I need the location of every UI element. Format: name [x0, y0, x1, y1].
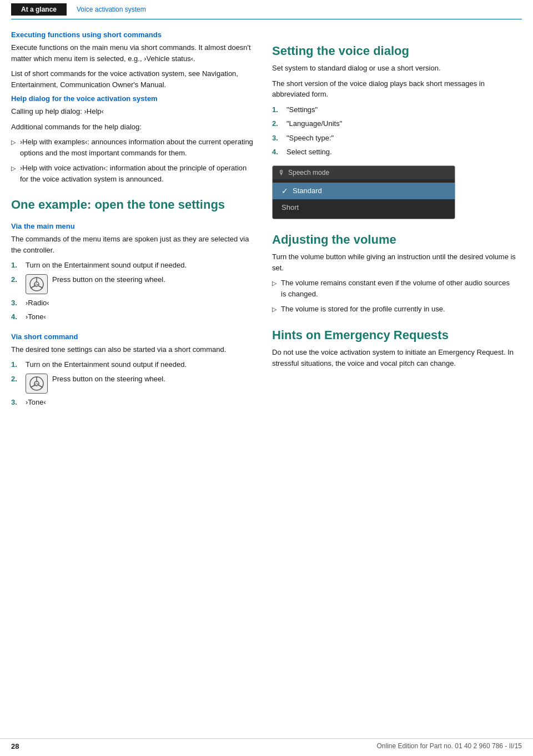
via-short-command-heading: Via short command: [11, 332, 255, 341]
section-one-example: One example: open the tone settings Via …: [11, 198, 255, 407]
tab-voice-activation[interactable]: Voice activation system: [67, 3, 156, 16]
step-main-4: 4. ›Tone‹: [11, 311, 255, 322]
section-adjusting-volume: Adjusting the volume Turn the volume but…: [272, 233, 516, 315]
executing-functions-para2: List of short commands for the voice act…: [11, 68, 255, 90]
edition-text: Online Edition for Part no. 01 40 2 960 …: [376, 742, 522, 750]
voice-step-num-1: 1.: [272, 104, 282, 115]
emergency-requests-heading: Hints on Emergency Requests: [272, 328, 516, 342]
step-short-num-2: 2.: [11, 374, 21, 394]
emergency-requests-para: Do not use the voice activation system t…: [272, 347, 516, 369]
voice-step-num-3: 3.: [272, 133, 282, 144]
via-main-menu-text: The commands of the menu items are spoke…: [11, 234, 255, 255]
bullet-arrow-1: ▷: [11, 138, 16, 158]
voice-step-1: 1. "Settings": [272, 104, 516, 115]
step-num-4: 4.: [11, 311, 21, 322]
voice-dialog-steps: 1. "Settings" 2. "Language/Units" 3. "Sp…: [272, 104, 516, 158]
step-short-num-1: 1.: [11, 359, 21, 370]
voice-step-text-4: Select setting.: [286, 147, 332, 158]
speech-mode-title-bar: 🎙 Speech mode: [273, 166, 455, 179]
page-number: 28: [11, 742, 19, 750]
section-emergency-requests: Hints on Emergency Requests Do not use t…: [272, 328, 516, 369]
step-short-3: 3. ›Tone‹: [11, 397, 255, 408]
step-text-1: Turn on the Entertainment sound output i…: [26, 260, 187, 271]
voice-step-3: 3. "Speech type:": [272, 133, 516, 144]
speech-mode-standard-label: Standard: [293, 187, 322, 195]
page-header: At a glance Voice activation system: [11, 0, 522, 19]
step-text-4: ›Tone‹: [26, 311, 46, 322]
speech-mode-short: Short: [273, 199, 455, 215]
bullet-item-2: ▷ ›Help with voice activation‹: informat…: [11, 163, 255, 184]
vol-bullet-text-2: The volume is stored for the profile cur…: [281, 304, 445, 315]
svg-text:((•: ((•: [34, 381, 38, 386]
step-short-1: 1. Turn on the Entertainment sound outpu…: [11, 359, 255, 370]
steering-wheel-icon: ((•: [26, 274, 48, 294]
step-short-2: 2. ((• Press button on the steering whee…: [11, 374, 255, 394]
bullet-arrow-2: ▷: [11, 164, 16, 184]
vol-bullet-text-1: The volume remains constant even if the …: [281, 278, 516, 299]
help-dialog-heading: Help dialog for the voice activation sys…: [11, 94, 255, 103]
speech-mode-body: ✓ Standard Short: [273, 179, 455, 219]
checkmark-icon: ✓: [281, 187, 288, 195]
step-num-2: 2.: [11, 274, 21, 294]
step-main-3: 3. ›Radio‹: [11, 298, 255, 309]
step-num-3: 3.: [11, 298, 21, 309]
volume-bullet-2: ▷ The volume is stored for the profile c…: [272, 304, 516, 315]
svg-text:((•: ((•: [34, 282, 38, 287]
tab-at-a-glance[interactable]: At a glance: [11, 3, 67, 16]
bullet-text-1: ›Help with examples‹: announces informat…: [20, 137, 255, 158]
left-column: Executing functions using short commands…: [11, 31, 255, 413]
one-example-heading: One example: open the tone settings: [11, 198, 255, 212]
speech-mode-short-label: Short: [281, 203, 299, 211]
additional-commands-text: Additional commands for the help dialog:: [11, 122, 255, 133]
speech-mode-screenshot: 🎙 Speech mode ✓ Standard Short: [272, 165, 455, 219]
speech-mode-title: Speech mode: [288, 169, 329, 177]
voice-step-4: 4. Select setting.: [272, 147, 516, 158]
step-main-1: 1. Turn on the Entertainment sound outpu…: [11, 260, 255, 271]
volume-bullet-1: ▷ The volume remains constant even if th…: [272, 278, 516, 299]
page-footer: 28 Online Edition for Part no. 01 40 2 9…: [0, 738, 533, 750]
volume-bullets: ▷ The volume remains constant even if th…: [272, 278, 516, 315]
vol-bullet-arrow-1: ▷: [272, 279, 276, 299]
step-text-2: Press button on the steering wheel.: [52, 274, 165, 294]
setting-voice-dialog-para1: Set system to standard dialog or use a s…: [272, 63, 516, 74]
executing-functions-heading: Executing functions using short commands: [11, 31, 255, 39]
vol-bullet-arrow-2: ▷: [272, 305, 276, 315]
via-main-menu-heading: Via the main menu: [11, 222, 255, 230]
voice-step-text-2: "Language/Units": [286, 118, 342, 129]
right-column: Setting the voice dialog Set system to s…: [272, 31, 516, 413]
voice-step-text-3: "Speech type:": [286, 133, 334, 144]
section-executing-functions: Executing functions using short commands…: [11, 31, 255, 90]
step-short-num-3: 3.: [11, 397, 21, 408]
help-dialog-bullets: ▷ ›Help with examples‹: announces inform…: [11, 137, 255, 184]
step-text-3: ›Radio‹: [26, 298, 49, 309]
step-short-text-1: Turn on the Entertainment sound output i…: [26, 359, 187, 370]
steering-wheel-icon-2: ((•: [26, 374, 48, 394]
bullet-text-2: ›Help with voice activation‹: informatio…: [20, 163, 255, 184]
section-help-dialog: Help dialog for the voice activation sys…: [11, 94, 255, 184]
step-short-text-2: Press button on the steering wheel.: [52, 374, 165, 394]
calling-text: Calling up help dialog: ›Help‹: [11, 106, 255, 117]
voice-step-2: 2. "Language/Units": [272, 118, 516, 129]
voice-step-text-1: "Settings": [286, 104, 318, 115]
page-content: Executing functions using short commands…: [0, 19, 533, 435]
setting-voice-dialog-para2: The short version of the voice dialog pl…: [272, 78, 516, 100]
executing-functions-para1: Execute functions on the main menu via s…: [11, 42, 255, 64]
svg-line-10: [39, 385, 43, 387]
speech-mode-standard: ✓ Standard: [273, 183, 455, 199]
svg-line-4: [39, 286, 43, 288]
step-short-text-3: ›Tone‹: [26, 397, 46, 408]
via-short-command-text: The desired tone settings can also be st…: [11, 344, 255, 355]
adjusting-volume-para: Turn the volume button while giving an i…: [272, 251, 516, 273]
speech-mode-icon: 🎙: [278, 169, 285, 177]
adjusting-volume-heading: Adjusting the volume: [272, 233, 516, 247]
setting-voice-dialog-heading: Setting the voice dialog: [272, 44, 516, 58]
step-main-2: 2. ((• Press button on the steering whee…: [11, 274, 255, 294]
short-command-steps: 1. Turn on the Entertainment sound outpu…: [11, 359, 255, 407]
bullet-item-1: ▷ ›Help with examples‹: announces inform…: [11, 137, 255, 158]
voice-step-num-2: 2.: [272, 118, 282, 129]
voice-step-num-4: 4.: [272, 147, 282, 158]
section-setting-voice-dialog: Setting the voice dialog Set system to s…: [272, 44, 516, 219]
step-num-1: 1.: [11, 260, 21, 271]
main-menu-steps: 1. Turn on the Entertainment sound outpu…: [11, 260, 255, 322]
